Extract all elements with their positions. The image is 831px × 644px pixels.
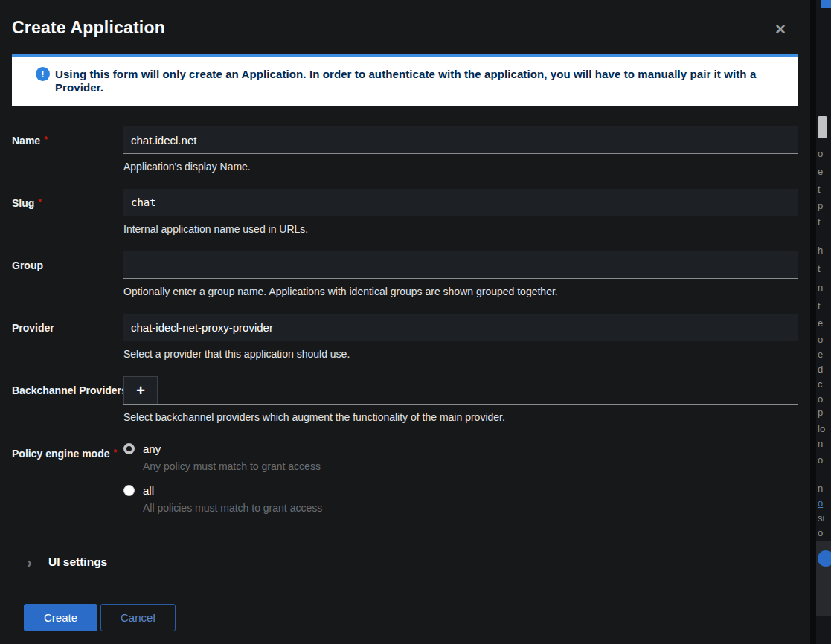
name-input[interactable] — [123, 126, 798, 154]
background-text-fragment: o — [818, 498, 823, 508]
group-control: Optionally enter a group name. Applicati… — [123, 251, 798, 297]
provider-input[interactable] — [123, 314, 798, 341]
name-label-text: Name — [12, 135, 40, 146]
background-text-fragment: h — [818, 245, 823, 255]
add-backchannel-provider-button[interactable]: + — [123, 376, 158, 404]
provider-help-text: Select a provider that this application … — [123, 348, 798, 360]
radio-any-icon[interactable] — [123, 443, 135, 454]
background-text-fragment: e — [818, 318, 823, 328]
name-label: Name* — [12, 126, 123, 173]
modal-header: Create Application ✕ — [0, 0, 810, 54]
slug-input[interactable] — [123, 189, 798, 216]
group-label: Group — [12, 251, 123, 297]
background-text-fragment: d — [818, 364, 823, 374]
background-text-fragment: t — [818, 301, 821, 311]
info-icon: ! — [36, 67, 50, 81]
info-alert: ! Using this form will only create an Ap… — [12, 54, 798, 106]
backchannel-field-row: Backchannel Providers + Select backchann… — [12, 376, 798, 423]
slug-control: Internal application name used in URLs. — [123, 189, 798, 235]
background-text-fragment: p — [818, 408, 823, 417]
background-text-fragment: t — [818, 184, 821, 194]
plus-icon: + — [136, 382, 145, 399]
slug-field-row: Slug* Internal application name used in … — [12, 189, 798, 235]
background-text-fragment: e — [818, 167, 823, 176]
name-field-row: Name* Application's display Name. — [12, 126, 798, 173]
modal-title: Create Application — [12, 18, 798, 38]
provider-control: Select a provider that this application … — [123, 314, 798, 360]
radio-all-label: all — [143, 484, 154, 497]
name-help-text: Application's display Name. — [123, 161, 798, 173]
slug-help-text: Internal application name used in URLs. — [123, 223, 798, 235]
background-page-sliver: oetpthtnteoedcoplononosio — [810, 0, 831, 644]
group-input[interactable] — [123, 251, 798, 279]
provider-label: Provider — [12, 314, 123, 360]
background-text-fragment: o — [818, 149, 823, 158]
background-page-content: oetpthtnteoedcoplononosio — [816, 0, 831, 644]
chevron-right-icon[interactable]: › — [27, 554, 32, 570]
radio-all-help: All policies must match to grant access — [143, 502, 798, 514]
modal-footer: Create Cancel — [24, 604, 798, 631]
slug-label-text: Slug — [12, 197, 34, 209]
background-text-fragment: c — [818, 379, 823, 389]
radio-any-help: Any policy must match to grant access — [143, 460, 798, 472]
group-field-row: Group Optionally enter a group name. App… — [12, 251, 798, 297]
backchannel-label-text: Backchannel Providers — [12, 384, 127, 396]
backchannel-label: Backchannel Providers — [12, 376, 123, 423]
backchannel-help-text: Select backchannel providers which augme… — [123, 411, 798, 423]
background-topbar-fragment — [821, 0, 831, 8]
policy-radio-group: any Any policy must match to grant acces… — [123, 439, 798, 526]
background-text-fragment: p — [818, 201, 823, 210]
slug-label: Slug* — [12, 189, 123, 235]
provider-field-row: Provider Select a provider that this app… — [12, 314, 798, 360]
ui-settings-expander[interactable]: › UI settings — [27, 554, 798, 570]
background-text-fragment: lo — [818, 424, 825, 434]
policy-engine-mode-label: Policy engine mode* — [12, 439, 123, 526]
background-text-fragment: e — [818, 350, 823, 359]
close-icon[interactable]: ✕ — [774, 22, 786, 36]
background-text-fragment: t — [818, 217, 821, 227]
radio-all-icon[interactable] — [123, 485, 135, 496]
create-button[interactable]: Create — [24, 604, 97, 631]
backchannel-control: + Select backchannel providers which aug… — [123, 376, 798, 423]
required-asterisk: * — [113, 448, 117, 458]
backchannel-chip-row: + — [123, 376, 798, 405]
cancel-button[interactable]: Cancel — [100, 604, 176, 631]
modal-body: ! Using this form will only create an Ap… — [0, 54, 810, 631]
provider-label-text: Provider — [12, 322, 54, 334]
required-asterisk: * — [44, 135, 48, 145]
create-application-modal: Create Application ✕ ! Using this form w… — [0, 0, 810, 644]
background-text-fragment: o — [818, 394, 823, 404]
background-text-fragment: n — [818, 439, 823, 448]
background-text-fragment: si — [818, 513, 824, 523]
radio-any-label: any — [143, 442, 161, 455]
group-help-text: Optionally enter a group name. Applicati… — [123, 286, 798, 297]
scrollbar-thumb[interactable] — [818, 116, 827, 138]
background-text-fragment: o — [818, 335, 823, 344]
background-text-fragment: t — [818, 264, 821, 274]
required-asterisk: * — [38, 197, 42, 207]
background-text-fragment: n — [818, 283, 823, 292]
group-label-text: Group — [12, 260, 43, 271]
info-alert-text: Using this form will only create an Appl… — [55, 68, 756, 94]
background-text-fragment: n — [818, 483, 823, 493]
policy-engine-mode-row: Policy engine mode* any Any policy must … — [12, 439, 798, 526]
background-text-fragment: o — [818, 528, 823, 538]
policy-engine-mode-label-text: Policy engine mode — [12, 448, 109, 460]
radio-option-any[interactable]: any — [123, 442, 798, 455]
radio-option-all[interactable]: all — [123, 484, 798, 497]
ui-settings-label: UI settings — [48, 556, 107, 569]
name-control: Application's display Name. — [123, 126, 798, 173]
background-text-fragment: o — [818, 455, 823, 465]
avatar-circle-fragment — [818, 550, 831, 567]
